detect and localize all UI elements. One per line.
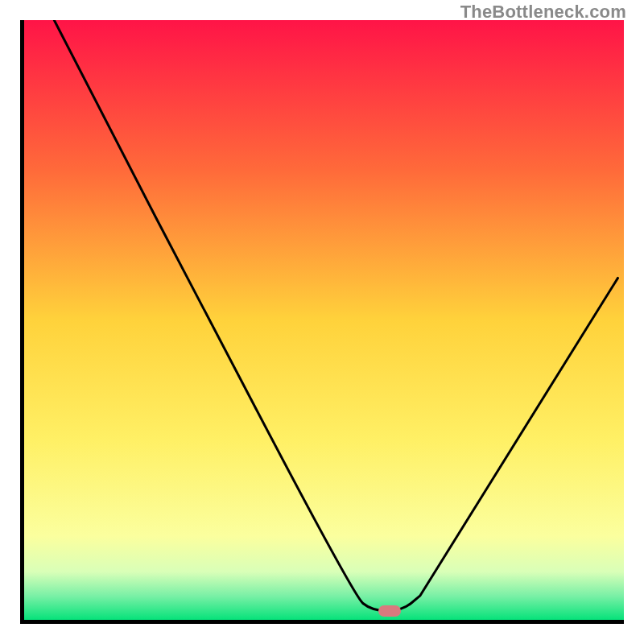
plot-area: [20, 20, 624, 624]
svg-rect-0: [24, 20, 624, 620]
chart-container: TheBottleneck.com: [0, 0, 644, 644]
optimal-marker: [378, 605, 401, 617]
gradient-background: [24, 20, 624, 620]
